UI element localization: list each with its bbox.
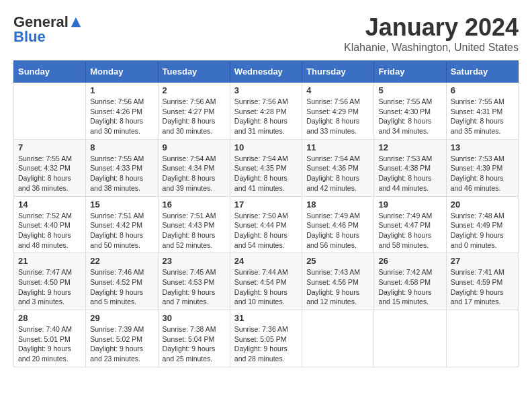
sunset-text: Sunset: 4:47 PM [378, 220, 441, 230]
day-number: 31 [234, 313, 298, 323]
sunset-text: Sunset: 4:30 PM [378, 107, 441, 117]
day-info: Sunrise: 7:56 AMSunset: 4:29 PMDaylight:… [306, 97, 369, 136]
day-info: Sunrise: 7:56 AMSunset: 4:28 PMDaylight:… [234, 97, 298, 136]
daylight-text-1: Daylight: 8 hours [306, 116, 369, 126]
sunset-text: Sunset: 4:38 PM [378, 163, 441, 173]
calendar-cell: 28Sunrise: 7:40 AMSunset: 5:01 PMDayligh… [14, 310, 86, 367]
daylight-text-2: and 25 minutes. [163, 354, 226, 364]
day-info: Sunrise: 7:55 AMSunset: 4:32 PMDaylight:… [18, 154, 81, 193]
sunrise-text: Sunrise: 7:44 AM [234, 267, 298, 277]
sunset-text: Sunset: 5:04 PM [163, 334, 226, 345]
daylight-text-1: Daylight: 8 hours [306, 173, 369, 183]
day-number: 7 [18, 142, 81, 152]
sunset-text: Sunset: 4:34 PM [163, 163, 226, 173]
day-info: Sunrise: 7:54 AMSunset: 4:35 PMDaylight:… [234, 154, 298, 193]
calendar-cell: 12Sunrise: 7:53 AMSunset: 4:38 PMDayligh… [374, 139, 446, 196]
daylight-text-2: and 0 minutes. [451, 240, 514, 250]
sunset-text: Sunset: 5:01 PM [18, 334, 81, 345]
header-wednesday: Wednesday [230, 61, 302, 83]
sunset-text: Sunset: 4:58 PM [378, 277, 441, 287]
sunrise-text: Sunrise: 7:51 AM [90, 211, 153, 221]
sunrise-text: Sunrise: 7:48 AM [451, 211, 514, 221]
sunrise-text: Sunrise: 7:55 AM [451, 97, 514, 107]
day-info: Sunrise: 7:54 AMSunset: 4:34 PMDaylight:… [163, 154, 226, 193]
daylight-text-1: Daylight: 8 hours [163, 116, 226, 126]
sunrise-text: Sunrise: 7:42 AM [378, 267, 441, 277]
calendar-cell: 18Sunrise: 7:49 AMSunset: 4:46 PMDayligh… [302, 196, 374, 253]
sunset-text: Sunset: 4:39 PM [451, 163, 514, 173]
calendar-week-row: 21Sunrise: 7:47 AMSunset: 4:50 PMDayligh… [14, 253, 519, 310]
calendar-week-row: 14Sunrise: 7:52 AMSunset: 4:40 PMDayligh… [14, 196, 519, 253]
day-number: 21 [18, 256, 81, 266]
day-info: Sunrise: 7:48 AMSunset: 4:49 PMDaylight:… [451, 211, 514, 250]
day-number: 28 [18, 313, 81, 323]
sunrise-text: Sunrise: 7:39 AM [90, 324, 153, 334]
sunset-text: Sunset: 4:50 PM [18, 277, 81, 287]
day-info: Sunrise: 7:49 AMSunset: 4:47 PMDaylight:… [378, 211, 441, 250]
day-number: 1 [90, 85, 153, 95]
calendar-cell: 7Sunrise: 7:55 AMSunset: 4:32 PMDaylight… [14, 139, 86, 196]
day-number: 5 [378, 85, 441, 95]
month-title: January 2024 [344, 13, 519, 42]
daylight-text-1: Daylight: 9 hours [18, 344, 81, 354]
calendar-cell: 15Sunrise: 7:51 AMSunset: 4:42 PMDayligh… [86, 196, 158, 253]
sunrise-text: Sunrise: 7:36 AM [234, 324, 298, 334]
page-header: General Blue January 2024 Klahanie, Wash… [13, 13, 519, 54]
sunset-text: Sunset: 4:32 PM [18, 163, 81, 173]
logo-blue-text: Blue [13, 28, 46, 46]
calendar-cell: 27Sunrise: 7:41 AMSunset: 4:59 PMDayligh… [446, 253, 518, 310]
daylight-text-1: Daylight: 8 hours [234, 173, 298, 183]
sunset-text: Sunset: 4:28 PM [234, 107, 298, 117]
daylight-text-1: Daylight: 8 hours [378, 116, 441, 126]
sunrise-text: Sunrise: 7:55 AM [378, 97, 441, 107]
day-number: 29 [90, 313, 153, 323]
sunrise-text: Sunrise: 7:47 AM [18, 267, 81, 277]
daylight-text-1: Daylight: 8 hours [90, 116, 153, 126]
daylight-text-1: Daylight: 9 hours [90, 344, 153, 354]
svg-marker-0 [71, 17, 81, 27]
day-info: Sunrise: 7:39 AMSunset: 5:02 PMDaylight:… [90, 324, 153, 364]
day-info: Sunrise: 7:38 AMSunset: 5:04 PMDaylight:… [163, 324, 226, 364]
day-number: 4 [306, 85, 369, 95]
calendar-cell: 1Sunrise: 7:56 AMSunset: 4:26 PMDaylight… [86, 83, 158, 140]
sunset-text: Sunset: 5:02 PM [90, 334, 153, 345]
day-info: Sunrise: 7:49 AMSunset: 4:46 PMDaylight:… [306, 211, 369, 250]
sunset-text: Sunset: 4:42 PM [90, 220, 153, 230]
daylight-text-1: Daylight: 8 hours [378, 230, 441, 240]
day-info: Sunrise: 7:45 AMSunset: 4:53 PMDaylight:… [163, 267, 226, 307]
sunrise-text: Sunrise: 7:56 AM [234, 97, 298, 107]
day-info: Sunrise: 7:53 AMSunset: 4:39 PMDaylight:… [451, 154, 514, 193]
daylight-text-1: Daylight: 8 hours [378, 173, 441, 183]
day-info: Sunrise: 7:53 AMSunset: 4:38 PMDaylight:… [378, 154, 441, 193]
day-number: 2 [163, 85, 226, 95]
daylight-text-2: and 48 minutes. [18, 240, 81, 250]
sunrise-text: Sunrise: 7:54 AM [163, 154, 226, 164]
sunset-text: Sunset: 4:26 PM [90, 107, 153, 117]
calendar-cell: 4Sunrise: 7:56 AMSunset: 4:29 PMDaylight… [302, 83, 374, 140]
daylight-text-1: Daylight: 8 hours [90, 173, 153, 183]
calendar-cell: 10Sunrise: 7:54 AMSunset: 4:35 PMDayligh… [230, 139, 302, 196]
calendar-table: SundayMondayTuesdayWednesdayThursdayFrid… [13, 60, 519, 367]
header-monday: Monday [86, 61, 158, 83]
sunrise-text: Sunrise: 7:55 AM [90, 154, 153, 164]
daylight-text-2: and 35 minutes. [451, 126, 514, 136]
daylight-text-2: and 38 minutes. [90, 183, 153, 193]
day-info: Sunrise: 7:51 AMSunset: 4:42 PMDaylight:… [90, 211, 153, 250]
daylight-text-1: Daylight: 8 hours [451, 173, 514, 183]
sunset-text: Sunset: 4:44 PM [234, 220, 298, 230]
calendar-week-row: 28Sunrise: 7:40 AMSunset: 5:01 PMDayligh… [14, 310, 519, 367]
sunrise-text: Sunrise: 7:55 AM [18, 154, 81, 164]
day-number: 23 [163, 256, 226, 266]
sunrise-text: Sunrise: 7:53 AM [451, 154, 514, 164]
sunset-text: Sunset: 4:27 PM [163, 107, 226, 117]
sunset-text: Sunset: 4:46 PM [306, 220, 369, 230]
sunset-text: Sunset: 4:33 PM [90, 163, 153, 173]
header-thursday: Thursday [302, 61, 374, 83]
daylight-text-2: and 50 minutes. [90, 240, 153, 250]
calendar-cell: 13Sunrise: 7:53 AMSunset: 4:39 PMDayligh… [446, 139, 518, 196]
daylight-text-2: and 36 minutes. [18, 183, 81, 193]
calendar-week-row: 7Sunrise: 7:55 AMSunset: 4:32 PMDaylight… [14, 139, 519, 196]
calendar-cell: 11Sunrise: 7:54 AMSunset: 4:36 PMDayligh… [302, 139, 374, 196]
day-number: 13 [451, 142, 514, 152]
day-info: Sunrise: 7:56 AMSunset: 4:26 PMDaylight:… [90, 97, 153, 136]
